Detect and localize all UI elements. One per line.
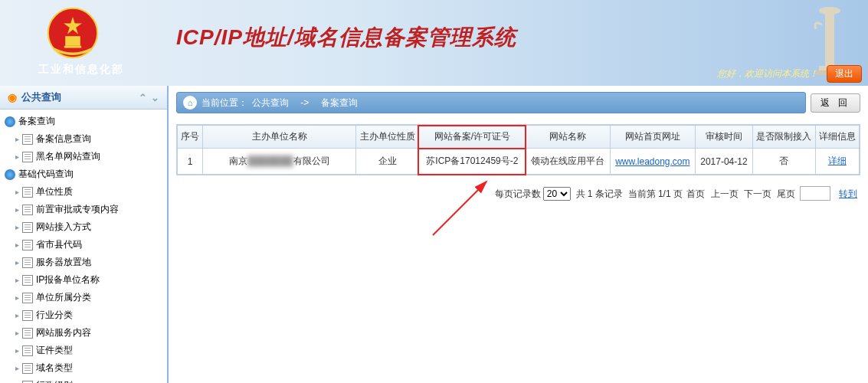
cell-license: 苏ICP备17012459号-2 <box>418 149 526 175</box>
arrow-icon: ▸ <box>15 152 19 161</box>
sidebar-item-unit-nature[interactable]: ▸单位性质 <box>0 183 167 201</box>
svg-rect-2 <box>65 36 80 46</box>
sidebar-group-record-query[interactable]: 备案查询 <box>0 113 167 130</box>
doc-icon <box>22 134 33 145</box>
sidebar-item-admin-level[interactable]: ▸行政级别 <box>0 377 167 383</box>
cell-restricted: 否 <box>752 149 815 175</box>
org-prefix: 南京 <box>229 155 247 166</box>
sidebar-item-region-code[interactable]: ▸省市县代码 <box>0 236 167 254</box>
arrow-icon: ▸ <box>15 135 19 143</box>
breadcrumb-label: 当前位置： <box>201 97 247 110</box>
doc-icon <box>22 222 33 233</box>
doc-icon <box>22 187 33 198</box>
sidebar-item-access-mode[interactable]: ▸网站接入方式 <box>0 218 167 236</box>
bullet-icon: ◉ <box>8 91 17 103</box>
org-redacted: ███████ <box>247 155 293 166</box>
exit-button[interactable]: 退出 <box>827 65 862 83</box>
th-nature: 主办单位性质 <box>356 126 419 149</box>
sidebar-item-ip-report-unit[interactable]: ▸IP报备单位名称 <box>0 271 167 289</box>
arrow-icon: ▸ <box>15 205 19 214</box>
detail-link[interactable]: 详细 <box>828 155 847 166</box>
th-detail: 详细信息 <box>815 126 859 149</box>
page-now-suffix: 页 <box>673 188 683 199</box>
sidebar-item-label: 网站服务内容 <box>36 326 91 339</box>
th-org: 主办单位名称 <box>203 126 356 149</box>
pager-first[interactable]: 首页 <box>686 188 705 199</box>
pager-next[interactable]: 下一页 <box>744 188 771 199</box>
results-table-wrap: 序号 主办单位名称 主办单位性质 网站备案/许可证号 网站名称 网站首页网址 审… <box>176 124 860 175</box>
pager-goto-link[interactable]: 转到 <box>839 188 857 199</box>
pager-goto-input[interactable] <box>800 186 830 201</box>
sidebar-item-label: IP报备单位名称 <box>36 273 100 286</box>
sidebar-item-label: 服务器放置地 <box>36 256 91 269</box>
sidebar-item-label: 黑名单网站查询 <box>36 150 100 163</box>
arrow-icon: ▸ <box>15 258 19 267</box>
page-now: 1/1 <box>658 188 671 199</box>
doc-icon <box>22 205 33 215</box>
th-sitename: 网站名称 <box>526 126 610 149</box>
sidebar-item-cert-type[interactable]: ▸证件类型 <box>0 342 167 359</box>
sidebar-item-label: 域名类型 <box>36 362 73 375</box>
sidebar-item-blacklist[interactable]: ▸黑名单网站查询 <box>0 148 167 165</box>
sidebar-item-label: 单位所属分类 <box>36 291 91 304</box>
breadcrumb-sep: -> <box>300 97 309 108</box>
back-button[interactable]: 返 回 <box>811 93 860 113</box>
breadcrumb-path1[interactable]: 公共查询 <box>252 97 289 110</box>
per-page-select[interactable]: 20 <box>543 187 571 201</box>
pager-last[interactable]: 尾页 <box>777 188 795 199</box>
cell-nature: 企业 <box>356 149 419 175</box>
breadcrumb-path2[interactable]: 备案查询 <box>321 97 358 110</box>
pager-prev[interactable]: 上一页 <box>711 188 739 199</box>
th-license: 网站备案/许可证号 <box>418 126 526 149</box>
doc-icon <box>22 363 33 374</box>
total-suffix: 条记录 <box>595 188 623 199</box>
arrow-icon: ▸ <box>15 311 19 319</box>
arrow-icon: ▸ <box>15 329 19 337</box>
system-title: ICP/IP地址/域名信息备案管理系统 <box>176 23 516 52</box>
cell-seq: 1 <box>178 149 203 175</box>
breadcrumb: ⌂ 当前位置： 公共查询 -> 备案查询 <box>176 92 806 113</box>
sidebar-item-service-content[interactable]: ▸网站服务内容 <box>0 324 167 342</box>
sidebar-item-domain-type[interactable]: ▸域名类型 <box>0 359 167 377</box>
org-suffix: 有限公司 <box>293 155 330 166</box>
sidebar-item-server-location[interactable]: ▸服务器放置地 <box>0 254 167 271</box>
chevron-down-icon: ⌄ <box>151 92 159 103</box>
sidebar-group-label: 基础代码查询 <box>18 168 74 181</box>
sidebar: ◉ 公共查询 ⌄ ⌃ 备案查询 ▸备案信息查询 ▸黑名单网站查询 基础代码查询 … <box>0 86 169 383</box>
sidebar-item-label: 单位性质 <box>36 185 73 198</box>
arrow-icon: ▸ <box>15 364 19 372</box>
doc-icon <box>22 152 33 162</box>
th-seq: 序号 <box>178 126 203 149</box>
group-icon <box>5 116 15 127</box>
per-page-label: 每页记录数 <box>495 188 541 199</box>
breadcrumb-row: ⌂ 当前位置： 公共查询 -> 备案查询 返 回 <box>176 92 860 113</box>
doc-icon <box>22 293 33 303</box>
doc-icon <box>22 240 33 250</box>
national-emblem-icon <box>46 6 100 60</box>
arrow-icon: ▸ <box>15 346 19 355</box>
sidebar-item-unit-category[interactable]: ▸单位所属分类 <box>0 289 167 306</box>
sidebar-section-header[interactable]: ◉ 公共查询 ⌄ ⌃ <box>0 86 167 110</box>
th-restricted: 是否限制接入 <box>752 126 815 149</box>
sidebar-item-preapproval[interactable]: ▸前置审批或专项内容 <box>0 201 167 218</box>
sidebar-group-base-code[interactable]: 基础代码查询 <box>0 165 167 183</box>
cell-audit: 2017-04-12 <box>695 149 752 175</box>
sidebar-item-label: 前置审批或专项内容 <box>36 203 119 216</box>
sidebar-list: 备案查询 ▸备案信息查询 ▸黑名单网站查询 基础代码查询 ▸单位性质 ▸前置审批… <box>0 110 167 383</box>
welcome-text: 您好，欢迎访问本系统！ <box>717 68 818 79</box>
sidebar-item-industry[interactable]: ▸行业分类 <box>0 306 167 324</box>
doc-icon <box>22 328 33 339</box>
sidebar-item-label: 行政级别 <box>36 379 73 383</box>
sidebar-group-label: 备案查询 <box>18 115 55 128</box>
total-count: 1 <box>588 188 593 199</box>
sidebar-item-label: 行业分类 <box>36 309 73 322</box>
home-icon[interactable]: ⌂ <box>183 96 197 110</box>
sidebar-item-label: 网站接入方式 <box>36 221 91 234</box>
sidebar-item-label: 省市县代码 <box>36 238 82 251</box>
group-icon <box>5 169 15 180</box>
site-url-link[interactable]: www.leadong.com <box>615 156 689 167</box>
sidebar-item-record-info[interactable]: ▸备案信息查询 <box>0 130 167 148</box>
cell-org: 南京███████有限公司 <box>203 149 356 175</box>
welcome-bar: 您好，欢迎访问本系统！ 退出 <box>717 65 862 83</box>
table-row: 1 南京███████有限公司 企业 苏ICP备17012459号-2 领动在线… <box>178 149 860 175</box>
